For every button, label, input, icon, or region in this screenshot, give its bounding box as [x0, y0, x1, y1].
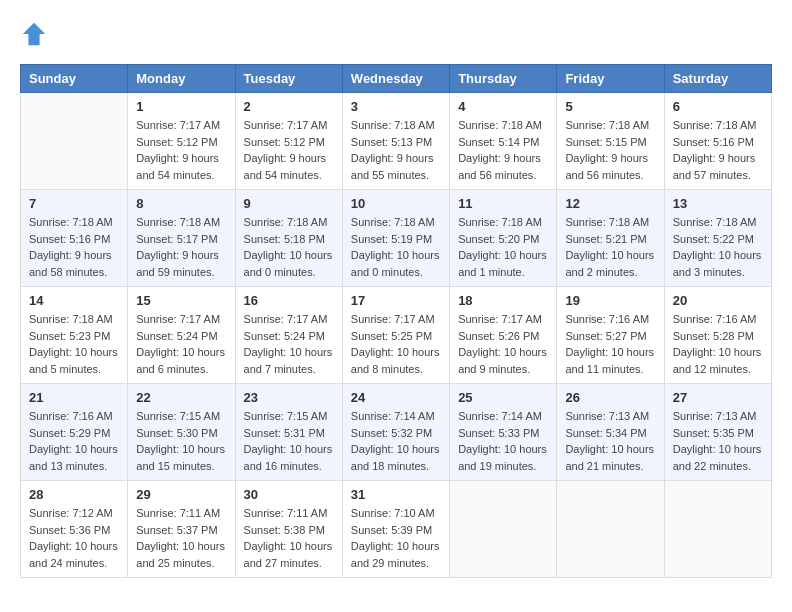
sunrise-label: Sunrise: 7:18 AM: [565, 216, 649, 228]
calendar-day-28: 28Sunrise: 7:12 AMSunset: 5:36 PMDayligh…: [21, 481, 128, 578]
sunset-label: Sunset: 5:39 PM: [351, 524, 432, 536]
day-number: 29: [136, 487, 226, 502]
sunset-label: Sunset: 5:13 PM: [351, 136, 432, 148]
calendar-day-20: 20Sunrise: 7:16 AMSunset: 5:28 PMDayligh…: [664, 287, 771, 384]
day-number: 31: [351, 487, 441, 502]
day-number: 1: [136, 99, 226, 114]
logo: [20, 20, 52, 48]
day-info: Sunrise: 7:10 AMSunset: 5:39 PMDaylight:…: [351, 505, 441, 571]
calendar-day-7: 7Sunrise: 7:18 AMSunset: 5:16 PMDaylight…: [21, 190, 128, 287]
sunrise-label: Sunrise: 7:18 AM: [565, 119, 649, 131]
day-number: 22: [136, 390, 226, 405]
daylight-label: Daylight: 9 hours and 56 minutes.: [565, 152, 648, 181]
day-number: 25: [458, 390, 548, 405]
sunrise-label: Sunrise: 7:17 AM: [351, 313, 435, 325]
day-info: Sunrise: 7:18 AMSunset: 5:23 PMDaylight:…: [29, 311, 119, 377]
daylight-label: Daylight: 10 hours and 0 minutes.: [351, 249, 440, 278]
sunrise-label: Sunrise: 7:15 AM: [136, 410, 220, 422]
calendar-table: SundayMondayTuesdayWednesdayThursdayFrid…: [20, 64, 772, 578]
sunrise-label: Sunrise: 7:12 AM: [29, 507, 113, 519]
sunset-label: Sunset: 5:26 PM: [458, 330, 539, 342]
sunset-label: Sunset: 5:15 PM: [565, 136, 646, 148]
page-header: [20, 20, 772, 48]
sunset-label: Sunset: 5:30 PM: [136, 427, 217, 439]
day-number: 3: [351, 99, 441, 114]
day-info: Sunrise: 7:15 AMSunset: 5:30 PMDaylight:…: [136, 408, 226, 474]
sunrise-label: Sunrise: 7:13 AM: [565, 410, 649, 422]
day-info: Sunrise: 7:17 AMSunset: 5:24 PMDaylight:…: [244, 311, 334, 377]
day-info: Sunrise: 7:18 AMSunset: 5:20 PMDaylight:…: [458, 214, 548, 280]
weekday-header-sunday: Sunday: [21, 65, 128, 93]
sunrise-label: Sunrise: 7:11 AM: [244, 507, 328, 519]
day-number: 28: [29, 487, 119, 502]
day-number: 10: [351, 196, 441, 211]
day-info: Sunrise: 7:14 AMSunset: 5:32 PMDaylight:…: [351, 408, 441, 474]
day-number: 14: [29, 293, 119, 308]
sunrise-label: Sunrise: 7:18 AM: [458, 119, 542, 131]
empty-cell: [664, 481, 771, 578]
sunrise-label: Sunrise: 7:14 AM: [351, 410, 435, 422]
daylight-label: Daylight: 10 hours and 11 minutes.: [565, 346, 654, 375]
calendar-day-23: 23Sunrise: 7:15 AMSunset: 5:31 PMDayligh…: [235, 384, 342, 481]
weekday-header-friday: Friday: [557, 65, 664, 93]
calendar-day-19: 19Sunrise: 7:16 AMSunset: 5:27 PMDayligh…: [557, 287, 664, 384]
sunset-label: Sunset: 5:34 PM: [565, 427, 646, 439]
day-info: Sunrise: 7:17 AMSunset: 5:25 PMDaylight:…: [351, 311, 441, 377]
sunset-label: Sunset: 5:37 PM: [136, 524, 217, 536]
day-info: Sunrise: 7:17 AMSunset: 5:12 PMDaylight:…: [244, 117, 334, 183]
sunset-label: Sunset: 5:17 PM: [136, 233, 217, 245]
day-info: Sunrise: 7:13 AMSunset: 5:34 PMDaylight:…: [565, 408, 655, 474]
day-info: Sunrise: 7:18 AMSunset: 5:18 PMDaylight:…: [244, 214, 334, 280]
calendar-day-24: 24Sunrise: 7:14 AMSunset: 5:32 PMDayligh…: [342, 384, 449, 481]
daylight-label: Daylight: 10 hours and 0 minutes.: [244, 249, 333, 278]
sunrise-label: Sunrise: 7:18 AM: [29, 313, 113, 325]
sunrise-label: Sunrise: 7:17 AM: [136, 119, 220, 131]
day-number: 11: [458, 196, 548, 211]
daylight-label: Daylight: 10 hours and 19 minutes.: [458, 443, 547, 472]
day-number: 18: [458, 293, 548, 308]
daylight-label: Daylight: 10 hours and 6 minutes.: [136, 346, 225, 375]
sunset-label: Sunset: 5:31 PM: [244, 427, 325, 439]
sunrise-label: Sunrise: 7:15 AM: [244, 410, 328, 422]
sunrise-label: Sunrise: 7:13 AM: [673, 410, 757, 422]
calendar-day-1: 1Sunrise: 7:17 AMSunset: 5:12 PMDaylight…: [128, 93, 235, 190]
calendar-day-2: 2Sunrise: 7:17 AMSunset: 5:12 PMDaylight…: [235, 93, 342, 190]
day-info: Sunrise: 7:16 AMSunset: 5:28 PMDaylight:…: [673, 311, 763, 377]
calendar-day-9: 9Sunrise: 7:18 AMSunset: 5:18 PMDaylight…: [235, 190, 342, 287]
day-number: 15: [136, 293, 226, 308]
day-number: 26: [565, 390, 655, 405]
sunset-label: Sunset: 5:28 PM: [673, 330, 754, 342]
calendar-day-31: 31Sunrise: 7:10 AMSunset: 5:39 PMDayligh…: [342, 481, 449, 578]
calendar-day-10: 10Sunrise: 7:18 AMSunset: 5:19 PMDayligh…: [342, 190, 449, 287]
sunrise-label: Sunrise: 7:18 AM: [351, 119, 435, 131]
daylight-label: Daylight: 10 hours and 24 minutes.: [29, 540, 118, 569]
sunrise-label: Sunrise: 7:18 AM: [351, 216, 435, 228]
sunrise-label: Sunrise: 7:18 AM: [244, 216, 328, 228]
sunset-label: Sunset: 5:23 PM: [29, 330, 110, 342]
day-number: 9: [244, 196, 334, 211]
day-number: 6: [673, 99, 763, 114]
sunset-label: Sunset: 5:22 PM: [673, 233, 754, 245]
calendar-day-27: 27Sunrise: 7:13 AMSunset: 5:35 PMDayligh…: [664, 384, 771, 481]
daylight-label: Daylight: 10 hours and 27 minutes.: [244, 540, 333, 569]
daylight-label: Daylight: 10 hours and 3 minutes.: [673, 249, 762, 278]
sunrise-label: Sunrise: 7:17 AM: [244, 119, 328, 131]
day-info: Sunrise: 7:16 AMSunset: 5:29 PMDaylight:…: [29, 408, 119, 474]
weekday-header-wednesday: Wednesday: [342, 65, 449, 93]
sunrise-label: Sunrise: 7:18 AM: [136, 216, 220, 228]
sunrise-label: Sunrise: 7:16 AM: [673, 313, 757, 325]
sunset-label: Sunset: 5:25 PM: [351, 330, 432, 342]
daylight-label: Daylight: 10 hours and 1 minute.: [458, 249, 547, 278]
calendar-day-14: 14Sunrise: 7:18 AMSunset: 5:23 PMDayligh…: [21, 287, 128, 384]
calendar-day-21: 21Sunrise: 7:16 AMSunset: 5:29 PMDayligh…: [21, 384, 128, 481]
day-info: Sunrise: 7:13 AMSunset: 5:35 PMDaylight:…: [673, 408, 763, 474]
calendar-day-15: 15Sunrise: 7:17 AMSunset: 5:24 PMDayligh…: [128, 287, 235, 384]
day-info: Sunrise: 7:15 AMSunset: 5:31 PMDaylight:…: [244, 408, 334, 474]
day-number: 30: [244, 487, 334, 502]
day-info: Sunrise: 7:11 AMSunset: 5:38 PMDaylight:…: [244, 505, 334, 571]
sunset-label: Sunset: 5:19 PM: [351, 233, 432, 245]
sunset-label: Sunset: 5:35 PM: [673, 427, 754, 439]
daylight-label: Daylight: 10 hours and 13 minutes.: [29, 443, 118, 472]
day-number: 12: [565, 196, 655, 211]
day-number: 2: [244, 99, 334, 114]
